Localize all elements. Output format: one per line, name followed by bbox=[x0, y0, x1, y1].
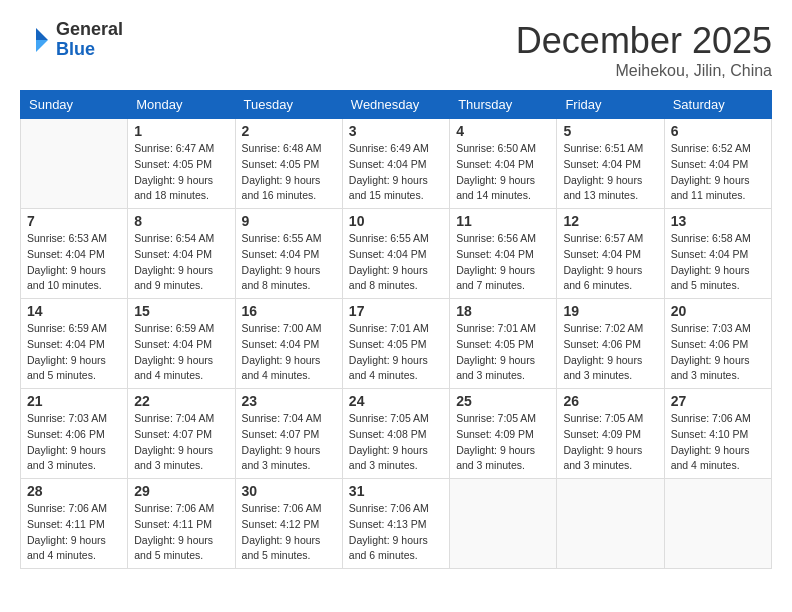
day-number: 16 bbox=[242, 303, 336, 319]
day-info: Sunrise: 7:06 AMSunset: 4:12 PMDaylight:… bbox=[242, 501, 336, 564]
day-info: Sunrise: 6:59 AMSunset: 4:04 PMDaylight:… bbox=[27, 321, 121, 384]
day-number: 23 bbox=[242, 393, 336, 409]
day-info: Sunrise: 7:05 AMSunset: 4:09 PMDaylight:… bbox=[456, 411, 550, 474]
day-number: 26 bbox=[563, 393, 657, 409]
day-number: 19 bbox=[563, 303, 657, 319]
day-number: 11 bbox=[456, 213, 550, 229]
header-wednesday: Wednesday bbox=[342, 91, 449, 119]
day-info: Sunrise: 7:06 AMSunset: 4:11 PMDaylight:… bbox=[27, 501, 121, 564]
day-number: 9 bbox=[242, 213, 336, 229]
day-number: 10 bbox=[349, 213, 443, 229]
day-number: 30 bbox=[242, 483, 336, 499]
calendar-cell: 1Sunrise: 6:47 AMSunset: 4:05 PMDaylight… bbox=[128, 119, 235, 209]
calendar-cell: 27Sunrise: 7:06 AMSunset: 4:10 PMDayligh… bbox=[664, 389, 771, 479]
calendar-cell: 28Sunrise: 7:06 AMSunset: 4:11 PMDayligh… bbox=[21, 479, 128, 569]
header-saturday: Saturday bbox=[664, 91, 771, 119]
day-info: Sunrise: 7:01 AMSunset: 4:05 PMDaylight:… bbox=[349, 321, 443, 384]
logo: General Blue bbox=[20, 20, 123, 60]
day-info: Sunrise: 6:50 AMSunset: 4:04 PMDaylight:… bbox=[456, 141, 550, 204]
calendar-cell: 19Sunrise: 7:02 AMSunset: 4:06 PMDayligh… bbox=[557, 299, 664, 389]
day-number: 27 bbox=[671, 393, 765, 409]
day-number: 20 bbox=[671, 303, 765, 319]
week-row-1: 1Sunrise: 6:47 AMSunset: 4:05 PMDaylight… bbox=[21, 119, 772, 209]
calendar-cell: 14Sunrise: 6:59 AMSunset: 4:04 PMDayligh… bbox=[21, 299, 128, 389]
calendar-cell bbox=[21, 119, 128, 209]
day-number: 8 bbox=[134, 213, 228, 229]
day-number: 25 bbox=[456, 393, 550, 409]
svg-marker-0 bbox=[36, 28, 48, 40]
calendar-cell: 2Sunrise: 6:48 AMSunset: 4:05 PMDaylight… bbox=[235, 119, 342, 209]
header-sunday: Sunday bbox=[21, 91, 128, 119]
day-info: Sunrise: 6:59 AMSunset: 4:04 PMDaylight:… bbox=[134, 321, 228, 384]
logo-blue-text: Blue bbox=[56, 40, 123, 60]
day-info: Sunrise: 7:00 AMSunset: 4:04 PMDaylight:… bbox=[242, 321, 336, 384]
header-monday: Monday bbox=[128, 91, 235, 119]
page-header: General Blue December 2025 Meihekou, Jil… bbox=[20, 20, 772, 80]
calendar-cell: 18Sunrise: 7:01 AMSunset: 4:05 PMDayligh… bbox=[450, 299, 557, 389]
calendar-cell: 16Sunrise: 7:00 AMSunset: 4:04 PMDayligh… bbox=[235, 299, 342, 389]
calendar-cell: 4Sunrise: 6:50 AMSunset: 4:04 PMDaylight… bbox=[450, 119, 557, 209]
week-row-4: 21Sunrise: 7:03 AMSunset: 4:06 PMDayligh… bbox=[21, 389, 772, 479]
calendar-cell: 30Sunrise: 7:06 AMSunset: 4:12 PMDayligh… bbox=[235, 479, 342, 569]
calendar-cell: 17Sunrise: 7:01 AMSunset: 4:05 PMDayligh… bbox=[342, 299, 449, 389]
day-info: Sunrise: 7:01 AMSunset: 4:05 PMDaylight:… bbox=[456, 321, 550, 384]
calendar-cell: 23Sunrise: 7:04 AMSunset: 4:07 PMDayligh… bbox=[235, 389, 342, 479]
day-info: Sunrise: 6:55 AMSunset: 4:04 PMDaylight:… bbox=[242, 231, 336, 294]
week-row-5: 28Sunrise: 7:06 AMSunset: 4:11 PMDayligh… bbox=[21, 479, 772, 569]
day-info: Sunrise: 7:06 AMSunset: 4:13 PMDaylight:… bbox=[349, 501, 443, 564]
logo-general-text: General bbox=[56, 20, 123, 40]
day-number: 28 bbox=[27, 483, 121, 499]
calendar-cell: 21Sunrise: 7:03 AMSunset: 4:06 PMDayligh… bbox=[21, 389, 128, 479]
calendar-table: SundayMondayTuesdayWednesdayThursdayFrid… bbox=[20, 90, 772, 569]
calendar-cell: 6Sunrise: 6:52 AMSunset: 4:04 PMDaylight… bbox=[664, 119, 771, 209]
day-number: 2 bbox=[242, 123, 336, 139]
day-number: 13 bbox=[671, 213, 765, 229]
day-number: 24 bbox=[349, 393, 443, 409]
calendar-cell: 7Sunrise: 6:53 AMSunset: 4:04 PMDaylight… bbox=[21, 209, 128, 299]
day-number: 4 bbox=[456, 123, 550, 139]
day-info: Sunrise: 7:05 AMSunset: 4:09 PMDaylight:… bbox=[563, 411, 657, 474]
day-info: Sunrise: 6:47 AMSunset: 4:05 PMDaylight:… bbox=[134, 141, 228, 204]
day-info: Sunrise: 6:54 AMSunset: 4:04 PMDaylight:… bbox=[134, 231, 228, 294]
header-tuesday: Tuesday bbox=[235, 91, 342, 119]
day-info: Sunrise: 6:55 AMSunset: 4:04 PMDaylight:… bbox=[349, 231, 443, 294]
day-number: 22 bbox=[134, 393, 228, 409]
day-info: Sunrise: 6:51 AMSunset: 4:04 PMDaylight:… bbox=[563, 141, 657, 204]
calendar-cell: 9Sunrise: 6:55 AMSunset: 4:04 PMDaylight… bbox=[235, 209, 342, 299]
day-info: Sunrise: 6:58 AMSunset: 4:04 PMDaylight:… bbox=[671, 231, 765, 294]
day-number: 17 bbox=[349, 303, 443, 319]
day-number: 15 bbox=[134, 303, 228, 319]
day-number: 29 bbox=[134, 483, 228, 499]
calendar-cell bbox=[450, 479, 557, 569]
day-info: Sunrise: 6:52 AMSunset: 4:04 PMDaylight:… bbox=[671, 141, 765, 204]
day-number: 12 bbox=[563, 213, 657, 229]
header-thursday: Thursday bbox=[450, 91, 557, 119]
calendar-cell: 29Sunrise: 7:06 AMSunset: 4:11 PMDayligh… bbox=[128, 479, 235, 569]
month-title: December 2025 bbox=[516, 20, 772, 62]
calendar-cell: 22Sunrise: 7:04 AMSunset: 4:07 PMDayligh… bbox=[128, 389, 235, 479]
calendar-cell: 31Sunrise: 7:06 AMSunset: 4:13 PMDayligh… bbox=[342, 479, 449, 569]
calendar-cell: 8Sunrise: 6:54 AMSunset: 4:04 PMDaylight… bbox=[128, 209, 235, 299]
calendar-cell: 13Sunrise: 6:58 AMSunset: 4:04 PMDayligh… bbox=[664, 209, 771, 299]
week-row-3: 14Sunrise: 6:59 AMSunset: 4:04 PMDayligh… bbox=[21, 299, 772, 389]
calendar-cell: 11Sunrise: 6:56 AMSunset: 4:04 PMDayligh… bbox=[450, 209, 557, 299]
day-number: 21 bbox=[27, 393, 121, 409]
calendar-cell bbox=[557, 479, 664, 569]
calendar-cell: 24Sunrise: 7:05 AMSunset: 4:08 PMDayligh… bbox=[342, 389, 449, 479]
day-info: Sunrise: 7:04 AMSunset: 4:07 PMDaylight:… bbox=[242, 411, 336, 474]
day-number: 31 bbox=[349, 483, 443, 499]
calendar-cell: 20Sunrise: 7:03 AMSunset: 4:06 PMDayligh… bbox=[664, 299, 771, 389]
day-info: Sunrise: 7:06 AMSunset: 4:10 PMDaylight:… bbox=[671, 411, 765, 474]
week-row-2: 7Sunrise: 6:53 AMSunset: 4:04 PMDaylight… bbox=[21, 209, 772, 299]
day-info: Sunrise: 6:48 AMSunset: 4:05 PMDaylight:… bbox=[242, 141, 336, 204]
day-number: 6 bbox=[671, 123, 765, 139]
calendar-cell: 15Sunrise: 6:59 AMSunset: 4:04 PMDayligh… bbox=[128, 299, 235, 389]
logo-text: General Blue bbox=[56, 20, 123, 60]
calendar-cell: 25Sunrise: 7:05 AMSunset: 4:09 PMDayligh… bbox=[450, 389, 557, 479]
day-info: Sunrise: 6:56 AMSunset: 4:04 PMDaylight:… bbox=[456, 231, 550, 294]
day-info: Sunrise: 7:05 AMSunset: 4:08 PMDaylight:… bbox=[349, 411, 443, 474]
svg-marker-1 bbox=[36, 40, 48, 52]
calendar-cell: 26Sunrise: 7:05 AMSunset: 4:09 PMDayligh… bbox=[557, 389, 664, 479]
calendar-cell: 10Sunrise: 6:55 AMSunset: 4:04 PMDayligh… bbox=[342, 209, 449, 299]
day-info: Sunrise: 7:04 AMSunset: 4:07 PMDaylight:… bbox=[134, 411, 228, 474]
